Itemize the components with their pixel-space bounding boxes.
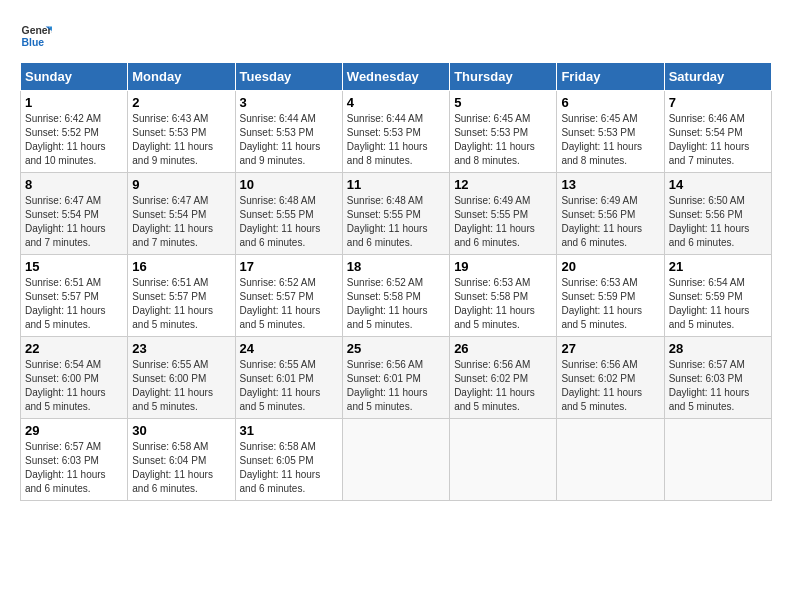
day-cell: 14 Sunrise: 6:50 AM Sunset: 5:56 PM Dayl… bbox=[664, 173, 771, 255]
day-number: 29 bbox=[25, 423, 123, 438]
day-number: 16 bbox=[132, 259, 230, 274]
day-number: 8 bbox=[25, 177, 123, 192]
day-number: 21 bbox=[669, 259, 767, 274]
week-row-4: 22 Sunrise: 6:54 AM Sunset: 6:00 PM Dayl… bbox=[21, 337, 772, 419]
day-number: 1 bbox=[25, 95, 123, 110]
day-cell: 25 Sunrise: 6:56 AM Sunset: 6:01 PM Dayl… bbox=[342, 337, 449, 419]
day-cell: 28 Sunrise: 6:57 AM Sunset: 6:03 PM Dayl… bbox=[664, 337, 771, 419]
day-info: Sunrise: 6:51 AM Sunset: 5:57 PM Dayligh… bbox=[132, 276, 230, 332]
day-cell: 31 Sunrise: 6:58 AM Sunset: 6:05 PM Dayl… bbox=[235, 419, 342, 501]
day-cell: 8 Sunrise: 6:47 AM Sunset: 5:54 PM Dayli… bbox=[21, 173, 128, 255]
day-info: Sunrise: 6:52 AM Sunset: 5:57 PM Dayligh… bbox=[240, 276, 338, 332]
week-row-2: 8 Sunrise: 6:47 AM Sunset: 5:54 PM Dayli… bbox=[21, 173, 772, 255]
day-info: Sunrise: 6:47 AM Sunset: 5:54 PM Dayligh… bbox=[25, 194, 123, 250]
logo-icon: General Blue bbox=[20, 20, 52, 52]
week-row-3: 15 Sunrise: 6:51 AM Sunset: 5:57 PM Dayl… bbox=[21, 255, 772, 337]
day-cell: 9 Sunrise: 6:47 AM Sunset: 5:54 PM Dayli… bbox=[128, 173, 235, 255]
day-cell bbox=[664, 419, 771, 501]
day-number: 19 bbox=[454, 259, 552, 274]
day-cell: 11 Sunrise: 6:48 AM Sunset: 5:55 PM Dayl… bbox=[342, 173, 449, 255]
day-cell: 18 Sunrise: 6:52 AM Sunset: 5:58 PM Dayl… bbox=[342, 255, 449, 337]
day-info: Sunrise: 6:50 AM Sunset: 5:56 PM Dayligh… bbox=[669, 194, 767, 250]
day-cell: 27 Sunrise: 6:56 AM Sunset: 6:02 PM Dayl… bbox=[557, 337, 664, 419]
day-number: 23 bbox=[132, 341, 230, 356]
day-info: Sunrise: 6:48 AM Sunset: 5:55 PM Dayligh… bbox=[347, 194, 445, 250]
header-cell-thursday: Thursday bbox=[450, 63, 557, 91]
day-info: Sunrise: 6:49 AM Sunset: 5:55 PM Dayligh… bbox=[454, 194, 552, 250]
day-info: Sunrise: 6:48 AM Sunset: 5:55 PM Dayligh… bbox=[240, 194, 338, 250]
day-info: Sunrise: 6:56 AM Sunset: 6:01 PM Dayligh… bbox=[347, 358, 445, 414]
logo: General Blue bbox=[20, 20, 52, 52]
day-cell: 12 Sunrise: 6:49 AM Sunset: 5:55 PM Dayl… bbox=[450, 173, 557, 255]
day-number: 26 bbox=[454, 341, 552, 356]
day-number: 10 bbox=[240, 177, 338, 192]
day-cell: 2 Sunrise: 6:43 AM Sunset: 5:53 PM Dayli… bbox=[128, 91, 235, 173]
day-number: 24 bbox=[240, 341, 338, 356]
day-cell: 5 Sunrise: 6:45 AM Sunset: 5:53 PM Dayli… bbox=[450, 91, 557, 173]
day-number: 7 bbox=[669, 95, 767, 110]
day-number: 27 bbox=[561, 341, 659, 356]
calendar-body: 1 Sunrise: 6:42 AM Sunset: 5:52 PM Dayli… bbox=[21, 91, 772, 501]
day-number: 25 bbox=[347, 341, 445, 356]
day-number: 13 bbox=[561, 177, 659, 192]
header-cell-monday: Monday bbox=[128, 63, 235, 91]
day-number: 28 bbox=[669, 341, 767, 356]
day-number: 14 bbox=[669, 177, 767, 192]
day-number: 20 bbox=[561, 259, 659, 274]
header-cell-friday: Friday bbox=[557, 63, 664, 91]
day-number: 31 bbox=[240, 423, 338, 438]
day-number: 6 bbox=[561, 95, 659, 110]
header-cell-saturday: Saturday bbox=[664, 63, 771, 91]
day-number: 3 bbox=[240, 95, 338, 110]
day-cell: 10 Sunrise: 6:48 AM Sunset: 5:55 PM Dayl… bbox=[235, 173, 342, 255]
header-cell-sunday: Sunday bbox=[21, 63, 128, 91]
day-cell bbox=[450, 419, 557, 501]
day-cell: 7 Sunrise: 6:46 AM Sunset: 5:54 PM Dayli… bbox=[664, 91, 771, 173]
day-cell: 6 Sunrise: 6:45 AM Sunset: 5:53 PM Dayli… bbox=[557, 91, 664, 173]
header: General Blue bbox=[20, 20, 772, 52]
day-info: Sunrise: 6:54 AM Sunset: 6:00 PM Dayligh… bbox=[25, 358, 123, 414]
day-info: Sunrise: 6:51 AM Sunset: 5:57 PM Dayligh… bbox=[25, 276, 123, 332]
day-info: Sunrise: 6:56 AM Sunset: 6:02 PM Dayligh… bbox=[454, 358, 552, 414]
day-info: Sunrise: 6:56 AM Sunset: 6:02 PM Dayligh… bbox=[561, 358, 659, 414]
day-info: Sunrise: 6:53 AM Sunset: 5:59 PM Dayligh… bbox=[561, 276, 659, 332]
day-info: Sunrise: 6:52 AM Sunset: 5:58 PM Dayligh… bbox=[347, 276, 445, 332]
day-info: Sunrise: 6:54 AM Sunset: 5:59 PM Dayligh… bbox=[669, 276, 767, 332]
day-info: Sunrise: 6:58 AM Sunset: 6:05 PM Dayligh… bbox=[240, 440, 338, 496]
day-info: Sunrise: 6:55 AM Sunset: 6:00 PM Dayligh… bbox=[132, 358, 230, 414]
day-cell: 21 Sunrise: 6:54 AM Sunset: 5:59 PM Dayl… bbox=[664, 255, 771, 337]
day-info: Sunrise: 6:57 AM Sunset: 6:03 PM Dayligh… bbox=[669, 358, 767, 414]
day-cell: 13 Sunrise: 6:49 AM Sunset: 5:56 PM Dayl… bbox=[557, 173, 664, 255]
day-number: 9 bbox=[132, 177, 230, 192]
week-row-5: 29 Sunrise: 6:57 AM Sunset: 6:03 PM Dayl… bbox=[21, 419, 772, 501]
day-cell: 29 Sunrise: 6:57 AM Sunset: 6:03 PM Dayl… bbox=[21, 419, 128, 501]
day-info: Sunrise: 6:44 AM Sunset: 5:53 PM Dayligh… bbox=[347, 112, 445, 168]
day-info: Sunrise: 6:42 AM Sunset: 5:52 PM Dayligh… bbox=[25, 112, 123, 168]
day-cell: 20 Sunrise: 6:53 AM Sunset: 5:59 PM Dayl… bbox=[557, 255, 664, 337]
day-info: Sunrise: 6:44 AM Sunset: 5:53 PM Dayligh… bbox=[240, 112, 338, 168]
day-cell: 16 Sunrise: 6:51 AM Sunset: 5:57 PM Dayl… bbox=[128, 255, 235, 337]
day-cell bbox=[557, 419, 664, 501]
calendar-table: SundayMondayTuesdayWednesdayThursdayFrid… bbox=[20, 62, 772, 501]
day-number: 4 bbox=[347, 95, 445, 110]
day-cell bbox=[342, 419, 449, 501]
day-info: Sunrise: 6:57 AM Sunset: 6:03 PM Dayligh… bbox=[25, 440, 123, 496]
day-number: 18 bbox=[347, 259, 445, 274]
week-row-1: 1 Sunrise: 6:42 AM Sunset: 5:52 PM Dayli… bbox=[21, 91, 772, 173]
day-cell: 17 Sunrise: 6:52 AM Sunset: 5:57 PM Dayl… bbox=[235, 255, 342, 337]
day-cell: 30 Sunrise: 6:58 AM Sunset: 6:04 PM Dayl… bbox=[128, 419, 235, 501]
day-info: Sunrise: 6:47 AM Sunset: 5:54 PM Dayligh… bbox=[132, 194, 230, 250]
day-cell: 22 Sunrise: 6:54 AM Sunset: 6:00 PM Dayl… bbox=[21, 337, 128, 419]
day-cell: 23 Sunrise: 6:55 AM Sunset: 6:00 PM Dayl… bbox=[128, 337, 235, 419]
day-cell: 1 Sunrise: 6:42 AM Sunset: 5:52 PM Dayli… bbox=[21, 91, 128, 173]
svg-text:Blue: Blue bbox=[22, 37, 45, 48]
day-cell: 4 Sunrise: 6:44 AM Sunset: 5:53 PM Dayli… bbox=[342, 91, 449, 173]
day-cell: 15 Sunrise: 6:51 AM Sunset: 5:57 PM Dayl… bbox=[21, 255, 128, 337]
day-info: Sunrise: 6:49 AM Sunset: 5:56 PM Dayligh… bbox=[561, 194, 659, 250]
day-number: 30 bbox=[132, 423, 230, 438]
day-info: Sunrise: 6:43 AM Sunset: 5:53 PM Dayligh… bbox=[132, 112, 230, 168]
day-info: Sunrise: 6:46 AM Sunset: 5:54 PM Dayligh… bbox=[669, 112, 767, 168]
day-info: Sunrise: 6:55 AM Sunset: 6:01 PM Dayligh… bbox=[240, 358, 338, 414]
day-info: Sunrise: 6:53 AM Sunset: 5:58 PM Dayligh… bbox=[454, 276, 552, 332]
day-number: 5 bbox=[454, 95, 552, 110]
